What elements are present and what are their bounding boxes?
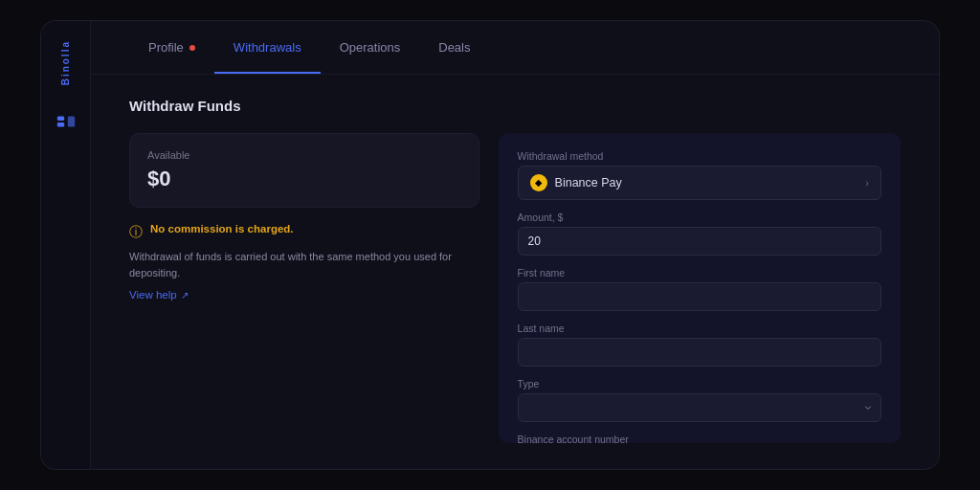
first-name-group: First name — [518, 267, 881, 311]
content-grid: Available $0 ⓘ No commission is charged.… — [129, 133, 901, 443]
amount-group: Amount, $ — [518, 212, 881, 256]
page-content: Withdraw Funds Available $0 ⓘ No commiss… — [91, 75, 939, 469]
tab-operations[interactable]: Operations — [321, 23, 420, 72]
method-name: Binance Pay — [555, 176, 622, 189]
tab-operations-label: Operations — [340, 40, 401, 55]
available-card: Available $0 — [129, 133, 479, 208]
info-description: Withdrawal of funds is carried out with … — [129, 249, 479, 281]
method-section: Withdrawal method ◆ Binance Pay › — [518, 150, 881, 200]
sidebar: Binolla — [41, 21, 91, 469]
brand-name: Binolla — [60, 40, 71, 85]
tab-withdrawals[interactable]: Withdrawals — [214, 23, 321, 74]
tab-deals[interactable]: Deals — [419, 23, 489, 72]
tabs-bar: Profile Withdrawals Operations Deals — [91, 21, 939, 75]
svg-rect-0 — [56, 117, 63, 122]
type-select[interactable] — [518, 393, 881, 422]
type-group: Type — [518, 378, 881, 422]
svg-rect-1 — [56, 122, 63, 127]
tab-withdrawals-label: Withdrawals — [234, 40, 301, 55]
last-name-label: Last name — [518, 323, 881, 334]
left-panel: Available $0 ⓘ No commission is charged.… — [129, 133, 479, 443]
page-title: Withdraw Funds — [129, 98, 901, 114]
method-select-left: ◆ Binance Pay — [530, 174, 622, 191]
available-amount: $0 — [147, 167, 461, 191]
info-notice: ⓘ No commission is charged. — [129, 223, 479, 241]
withdrawal-form: Withdrawal method ◆ Binance Pay › Amount… — [499, 133, 901, 443]
amount-input[interactable] — [518, 227, 881, 256]
profile-notification-dot — [189, 45, 195, 51]
info-box: ⓘ No commission is charged. Withdrawal o… — [129, 223, 479, 301]
tab-deals-label: Deals — [438, 40, 470, 55]
last-name-input[interactable] — [518, 338, 881, 367]
first-name-label: First name — [518, 267, 881, 278]
available-label: Available — [147, 149, 461, 161]
account-group: Binance account number — [518, 434, 881, 443]
type-select-wrapper — [518, 393, 881, 422]
amount-label: Amount, $ — [518, 212, 881, 223]
main-content: Profile Withdrawals Operations Deals Wit… — [91, 21, 939, 469]
tab-profile-label: Profile — [148, 40, 184, 55]
binance-pay-icon: ◆ — [530, 174, 547, 191]
sidebar-logo-icon — [53, 108, 79, 135]
info-notice-text: No commission is charged. — [150, 223, 294, 234]
external-link-icon: ↗ — [181, 290, 189, 301]
main-container: Binolla Profile Withdrawals Operations — [40, 20, 940, 470]
first-name-input[interactable] — [518, 282, 881, 311]
account-label: Binance account number — [518, 434, 881, 443]
chevron-down-icon: › — [865, 177, 869, 189]
method-select-dropdown[interactable]: ◆ Binance Pay › — [518, 166, 881, 200]
method-label: Withdrawal method — [518, 150, 881, 162]
svg-rect-2 — [67, 117, 74, 127]
view-help-label: View help — [129, 289, 177, 301]
view-help-link[interactable]: View help ↗ — [129, 289, 479, 301]
tab-profile[interactable]: Profile — [129, 23, 214, 72]
type-label: Type — [518, 378, 881, 390]
info-icon: ⓘ — [129, 224, 143, 241]
last-name-group: Last name — [518, 323, 881, 367]
